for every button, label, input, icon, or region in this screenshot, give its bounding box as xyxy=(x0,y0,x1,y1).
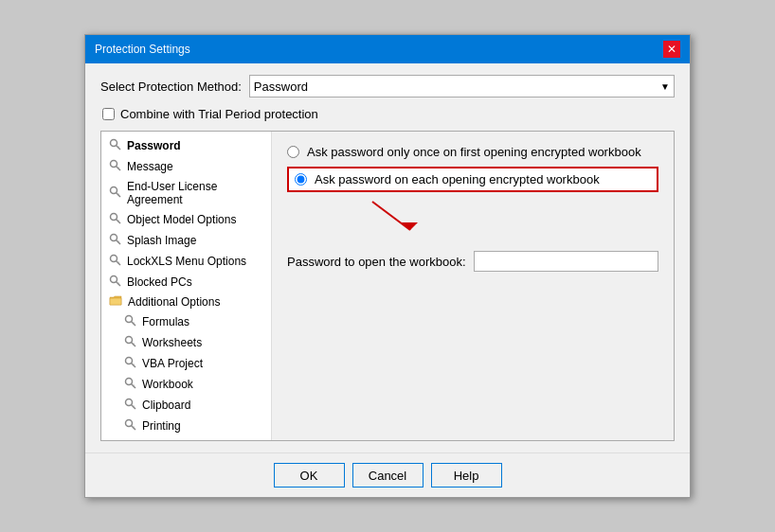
sidebar-item-additional-options[interactable]: Additional Options xyxy=(101,293,271,311)
sidebar-item-end-user-license-agreement[interactable]: End-User License Agreement xyxy=(101,177,271,209)
main-panel: Ask password only once on first opening … xyxy=(272,132,674,440)
sidebar-item-clipboard[interactable]: Clipboard xyxy=(101,395,271,416)
sidebar-item-password[interactable]: Password xyxy=(101,135,271,156)
sidebar-item-worksheets[interactable]: Worksheets xyxy=(101,332,271,353)
svg-point-21 xyxy=(126,316,133,323)
password-label: Password to open the workbook: xyxy=(287,255,466,269)
sidebar-item-label: Additional Options xyxy=(128,295,220,309)
radio-row-2: Ask password on each opening encrypted w… xyxy=(287,167,658,192)
password-input[interactable] xyxy=(474,251,658,272)
sidebar-item-message[interactable]: Message xyxy=(101,156,271,177)
key-icon xyxy=(109,186,121,201)
ok-button[interactable]: OK xyxy=(274,463,345,488)
help-button[interactable]: Help xyxy=(431,463,502,488)
dialog-title: Protection Settings xyxy=(95,43,190,56)
arrow-area xyxy=(287,202,658,236)
radio-once-label: Ask password only once on first opening … xyxy=(307,145,641,159)
close-button[interactable]: ✕ xyxy=(663,41,680,58)
trial-row: Combine with Trial Period protection xyxy=(100,107,675,121)
svg-point-27 xyxy=(126,358,133,364)
key-icon xyxy=(124,377,136,392)
key-icon xyxy=(109,159,121,174)
radio-each[interactable] xyxy=(295,173,307,186)
sidebar-item-label: VBA Project xyxy=(142,357,203,370)
sidebar-item-label: LockXLS Menu Options xyxy=(127,255,246,268)
sidebar-item-label: Password xyxy=(127,139,181,152)
radio-row-1: Ask password only once on first opening … xyxy=(287,145,658,159)
title-bar: Protection Settings ✕ xyxy=(85,35,690,63)
sidebar-item-splash-image[interactable]: Splash Image xyxy=(101,230,271,251)
password-row: Password to open the workbook: xyxy=(287,251,658,272)
key-icon xyxy=(124,314,136,329)
sidebar-item-label: Clipboard xyxy=(142,399,190,412)
svg-point-36 xyxy=(126,420,133,427)
chevron-down-icon: ▼ xyxy=(660,81,670,92)
dialog-body: Select Protection Method: Password ▼ Com… xyxy=(85,63,690,452)
method-select-value: Password xyxy=(254,80,308,94)
trial-checkbox[interactable] xyxy=(102,108,115,120)
sidebar-item-label: Message xyxy=(127,160,173,173)
svg-point-12 xyxy=(111,235,117,241)
svg-point-15 xyxy=(111,256,117,262)
method-row: Select Protection Method: Password ▼ xyxy=(100,75,675,98)
sidebar-item-blocked-pcs[interactable]: Blocked PCs xyxy=(101,272,271,293)
sidebar-item-label: Printing xyxy=(142,419,181,433)
sidebar-item-label: Formulas xyxy=(142,315,189,328)
key-icon xyxy=(109,254,121,269)
method-label: Select Protection Method: xyxy=(100,80,242,94)
sidebar-item-object-model-options[interactable]: Object Model Options xyxy=(101,209,271,230)
sidebar-item-label: Splash Image xyxy=(127,234,196,247)
sidebar-item-label: Worksheets xyxy=(142,336,202,349)
key-icon xyxy=(124,398,136,413)
key-icon xyxy=(124,418,136,434)
key-icon xyxy=(124,335,136,350)
radio-each-label: Ask password on each opening encrypted w… xyxy=(315,172,600,186)
svg-point-24 xyxy=(126,337,133,344)
sidebar-item-vba-project[interactable]: VBA Project xyxy=(101,353,271,374)
folder-icon xyxy=(109,295,122,309)
sidebar-item-label: Workbook xyxy=(142,378,193,391)
key-icon xyxy=(109,212,121,227)
key-icon xyxy=(109,233,121,248)
red-arrow-icon xyxy=(344,192,458,239)
svg-point-18 xyxy=(111,276,117,283)
protection-method-select[interactable]: Password ▼ xyxy=(249,75,675,98)
svg-point-3 xyxy=(111,161,117,168)
cancel-button[interactable]: Cancel xyxy=(352,463,424,488)
radio-group: Ask password only once on first opening … xyxy=(287,145,658,192)
sidebar-item-lockxls-menu-options[interactable]: LockXLS Menu Options xyxy=(101,251,271,272)
sidebar-item-label: Object Model Options xyxy=(127,213,236,226)
protection-settings-dialog: Protection Settings ✕ Select Protection … xyxy=(84,34,691,498)
key-icon xyxy=(109,138,121,153)
key-icon xyxy=(124,356,136,371)
svg-point-6 xyxy=(111,187,117,194)
dialog-footer: OK Cancel Help xyxy=(85,452,690,497)
key-icon xyxy=(109,275,121,290)
trial-label: Combine with Trial Period protection xyxy=(120,107,318,121)
radio-once[interactable] xyxy=(287,146,299,158)
sidebar-item-label: Blocked PCs xyxy=(127,275,192,289)
svg-marker-40 xyxy=(401,222,418,230)
sidebar-item-printing[interactable]: Printing xyxy=(101,416,271,436)
sidebar-item-formulas[interactable]: Formulas xyxy=(101,311,271,332)
sidebar: Password Message End-User License Agreem… xyxy=(101,132,272,440)
content-area: Password Message End-User License Agreem… xyxy=(100,131,675,441)
sidebar-item-workbook[interactable]: Workbook xyxy=(101,374,271,395)
svg-point-33 xyxy=(126,399,133,406)
svg-line-39 xyxy=(372,202,410,230)
svg-point-0 xyxy=(111,140,117,147)
svg-point-9 xyxy=(111,214,117,221)
svg-point-30 xyxy=(126,379,133,385)
sidebar-item-label: End-User License Agreement xyxy=(127,180,263,206)
